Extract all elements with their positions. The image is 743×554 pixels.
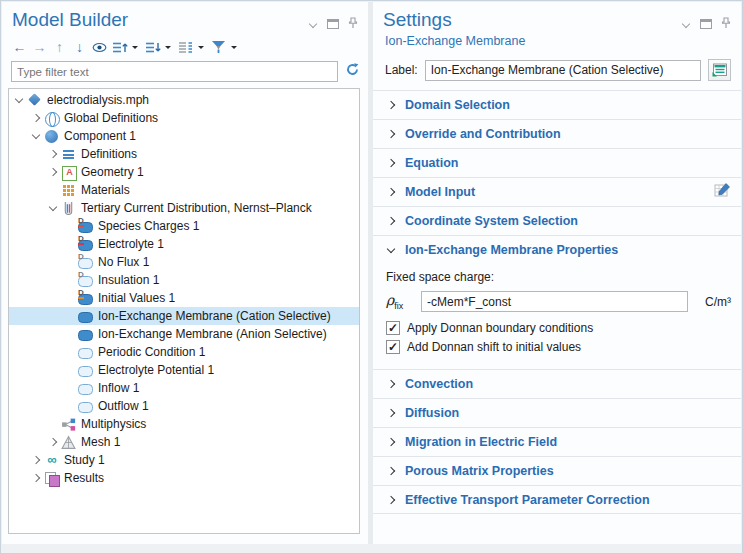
- section-migration-in-electric-field[interactable]: Migration in Electric Field: [373, 427, 741, 456]
- collapse-list-dropdown-icon[interactable]: [165, 46, 171, 52]
- float-window-icon[interactable]: [700, 19, 712, 29]
- section-diffusion[interactable]: Diffusion: [373, 398, 741, 427]
- chevron-expanded-icon[interactable]: [46, 201, 61, 216]
- checkbox-add-donnan-shift[interactable]: [386, 340, 400, 354]
- expander-spacer: [63, 309, 78, 324]
- globe-icon: [44, 111, 60, 126]
- expand-list-icon[interactable]: [111, 38, 128, 56]
- tree-item-materials[interactable]: Materials: [9, 181, 359, 199]
- float-window-icon[interactable]: [327, 19, 339, 29]
- chevron-collapsed-icon[interactable]: [29, 471, 44, 486]
- app-window: Model Builder ← → ↑ ↓: [0, 0, 743, 554]
- pin-icon[interactable]: [721, 15, 731, 33]
- chevron-expanded-icon[interactable]: [29, 129, 44, 144]
- mph-file-icon: [27, 93, 43, 108]
- section-domain-selection[interactable]: Domain Selection: [373, 90, 741, 119]
- geometry-icon: [61, 165, 77, 180]
- chevron-collapsed-icon[interactable]: [46, 165, 61, 180]
- tree-item-species-charges[interactable]: Species Charges 1: [9, 217, 359, 235]
- forward-icon[interactable]: →: [31, 38, 48, 56]
- tree-item-geometry[interactable]: Geometry 1: [9, 163, 359, 181]
- section-title: Coordinate System Selection: [405, 214, 578, 228]
- panel-controls: [308, 15, 358, 33]
- label-input[interactable]: [425, 60, 701, 81]
- section-porous-matrix-properties[interactable]: Porous Matrix Properties: [373, 456, 741, 485]
- tree-item-ion-exchange-membrane-cation[interactable]: Ion-Exchange Membrane (Cation Selective): [9, 307, 359, 325]
- move-down-icon[interactable]: ↓: [71, 38, 88, 56]
- node-text-dropdown-icon[interactable]: [198, 46, 204, 52]
- checkbox-label: Apply Donnan boundary conditions: [407, 321, 593, 335]
- tree-item-study[interactable]: Study 1: [9, 451, 359, 469]
- section-convection[interactable]: Convection: [373, 369, 741, 398]
- rename-button[interactable]: [708, 59, 731, 81]
- tree-item-root[interactable]: electrodialysis.mph: [9, 91, 359, 109]
- panel-controls: [681, 15, 731, 33]
- chevron-right-icon: [386, 216, 396, 226]
- apply-donnan-row: Apply Donnan boundary conditions: [386, 321, 731, 335]
- model-builder-header: Model Builder: [2, 2, 368, 34]
- multiphysics-icon: [61, 417, 77, 432]
- tree-item-results[interactable]: Results: [9, 469, 359, 487]
- model-builder-panel: Model Builder ← → ↑ ↓: [2, 2, 368, 544]
- tree-item-ion-exchange-membrane-anion[interactable]: Ion-Exchange Membrane (Anion Selective): [9, 325, 359, 343]
- section-title: Ion-Exchange Membrane Properties: [405, 243, 618, 257]
- tree-item-multiphysics[interactable]: Multiphysics: [9, 415, 359, 433]
- filter-input[interactable]: [11, 61, 338, 82]
- chevron-collapsed-icon[interactable]: [29, 111, 44, 126]
- fixed-space-charge-input[interactable]: [421, 291, 688, 312]
- section-title: Domain Selection: [405, 98, 510, 112]
- boundary-feature-icon: [78, 399, 94, 414]
- expander-spacer: [63, 219, 78, 234]
- tree-item-electrolyte-potential[interactable]: Electrolyte Potential 1: [9, 361, 359, 379]
- checkbox-apply-donnan[interactable]: [386, 321, 400, 335]
- tree-item-initial-values[interactable]: Initial Values 1: [9, 289, 359, 307]
- chevron-collapsed-icon[interactable]: [29, 453, 44, 468]
- tree-item-component[interactable]: Component 1: [9, 127, 359, 145]
- tree-item-electrolyte[interactable]: Electrolyte 1: [9, 235, 359, 253]
- expander-spacer: [63, 345, 78, 360]
- chevron-down-icon: [386, 245, 396, 255]
- pin-icon[interactable]: [348, 15, 358, 33]
- chevron-right-icon: [386, 100, 396, 110]
- tree-item-periodic-condition[interactable]: Periodic Condition 1: [9, 343, 359, 361]
- tree-item-definitions[interactable]: Definitions: [9, 145, 359, 163]
- unit-label: C/m³: [697, 295, 731, 309]
- section-model-input[interactable]: Model Input: [373, 177, 741, 206]
- boundary-feature-icon: [78, 255, 94, 270]
- chevron-collapsed-icon[interactable]: [46, 147, 61, 162]
- back-icon[interactable]: ←: [11, 38, 28, 56]
- chevron-collapsed-icon[interactable]: [46, 435, 61, 450]
- filter-icon[interactable]: [210, 38, 227, 56]
- filter-dropdown-icon[interactable]: [231, 46, 237, 52]
- section-override-and-contribution[interactable]: Override and Contribution: [373, 119, 741, 148]
- tree-item-insulation[interactable]: Insulation 1: [9, 271, 359, 289]
- refresh-icon[interactable]: [345, 62, 360, 81]
- section-effective-transport-parameter-correction[interactable]: Effective Transport Parameter Correction: [373, 485, 741, 514]
- expander-spacer: [63, 237, 78, 252]
- membrane-feature-icon: [78, 309, 94, 324]
- domain-feature-icon: [78, 291, 94, 306]
- tree-item-global-definitions[interactable]: Global Definitions: [9, 109, 359, 127]
- section-title: Equation: [405, 156, 458, 170]
- expand-list-dropdown-icon[interactable]: [132, 46, 138, 52]
- settings-sections: Domain Selection Override and Contributi…: [373, 90, 741, 514]
- show-icon[interactable]: [91, 38, 108, 56]
- move-up-icon[interactable]: ↑: [51, 38, 68, 56]
- section-coordinate-system-selection[interactable]: Coordinate System Selection: [373, 206, 741, 235]
- model-builder-title: Model Builder: [12, 9, 128, 31]
- node-text-icon[interactable]: [177, 38, 194, 56]
- model-input-edit-icon[interactable]: [714, 183, 731, 202]
- section-ion-exchange-membrane-properties[interactable]: Ion-Exchange Membrane Properties: [373, 235, 741, 264]
- tree-item-inflow[interactable]: Inflow 1: [9, 379, 359, 397]
- tree-item-mesh[interactable]: Mesh 1: [9, 433, 359, 451]
- tree-item-physics-interface[interactable]: Tertiary Current Distribution, Nernst–Pl…: [9, 199, 359, 217]
- collapse-list-icon[interactable]: [144, 38, 161, 56]
- section-equation[interactable]: Equation: [373, 148, 741, 177]
- tree-item-outflow[interactable]: Outflow 1: [9, 397, 359, 415]
- panel-menu-chevron-icon[interactable]: [308, 20, 318, 28]
- panel-menu-chevron-icon[interactable]: [681, 20, 691, 28]
- checkbox-label: Add Donnan shift to initial values: [407, 340, 581, 354]
- tree-item-no-flux[interactable]: No Flux 1: [9, 253, 359, 271]
- chevron-expanded-icon[interactable]: [12, 93, 27, 108]
- boundary-feature-icon: [78, 381, 94, 396]
